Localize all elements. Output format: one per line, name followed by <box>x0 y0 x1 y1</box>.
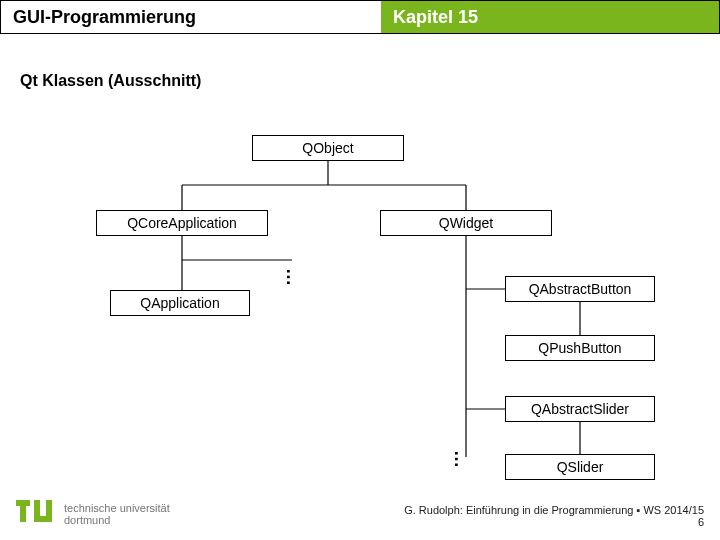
header-title-right: Kapitel 15 <box>381 1 719 33</box>
node-qobject: QObject <box>252 135 404 161</box>
slide-header: GUI-Programmierung Kapitel 15 <box>0 0 720 34</box>
footer-uni-line2: dortmund <box>64 514 170 526</box>
node-qslider: QSlider <box>505 454 655 480</box>
ellipsis-icon: … <box>458 450 464 465</box>
footer-uni-name: technische universität dortmund <box>64 502 170 526</box>
tu-logo-icon <box>16 500 56 528</box>
ellipsis-icon: … <box>290 268 296 283</box>
node-qwidget: QWidget <box>380 210 552 236</box>
footer-page-number: 6 <box>404 516 704 528</box>
footer-credit: G. Rudolph: Einführung in die Programmie… <box>404 504 704 528</box>
node-qabstractslider: QAbstractSlider <box>505 396 655 422</box>
section-title: Qt Klassen (Ausschnitt) <box>20 72 201 90</box>
header-title-left: GUI-Programmierung <box>1 1 381 33</box>
footer-uni-line1: technische universität <box>64 502 170 514</box>
node-qapplication: QApplication <box>110 290 250 316</box>
node-qpushbutton: QPushButton <box>505 335 655 361</box>
node-qcoreapplication: QCoreApplication <box>96 210 268 236</box>
footer-logo: technische universität dortmund <box>16 500 170 528</box>
node-qabstractbutton: QAbstractButton <box>505 276 655 302</box>
footer-credit-text: G. Rudolph: Einführung in die Programmie… <box>404 504 704 516</box>
